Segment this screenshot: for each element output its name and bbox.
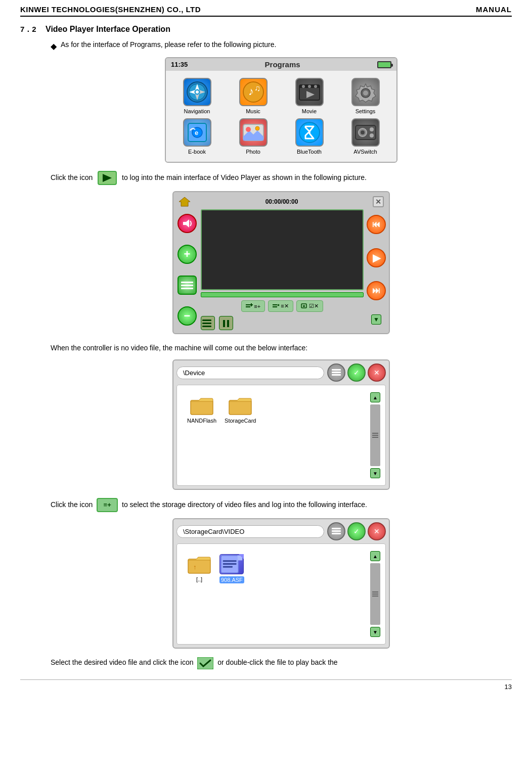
bluetooth-icon <box>295 118 324 147</box>
prog-label-settings: Settings <box>356 108 376 114</box>
vp-left-controls: + − <box>176 209 198 330</box>
svg-text:↑: ↑ <box>193 563 197 571</box>
inline-add-icon <box>97 498 118 512</box>
fb1-scroll-track <box>370 404 380 466</box>
vp-close-button[interactable]: ✕ <box>373 196 384 207</box>
videoplayer-screenshot-container: 00:00/00:00 ✕ + − <box>51 191 512 334</box>
svg-rect-59 <box>332 533 341 534</box>
svg-marker-34 <box>179 197 190 206</box>
svg-rect-58 <box>332 530 341 532</box>
para3-prefix: Click the icon <box>51 500 93 509</box>
folder-up-icon: ↑ <box>187 554 211 574</box>
svg-point-31 <box>370 133 374 138</box>
fb1-scroll-up[interactable]: ▲ <box>370 392 380 402</box>
prog-item-photo[interactable]: Photo <box>227 118 279 155</box>
fb1-list-btn[interactable] <box>327 363 345 382</box>
vp-clear-btn[interactable]: ☑✕ <box>296 300 323 312</box>
para-click-icon: Click the icon to log into the main inte… <box>51 171 512 185</box>
fb2-file-asf[interactable]: 908.ASF <box>219 554 244 634</box>
vp-lines-button[interactable] <box>178 276 197 295</box>
photo-icon <box>239 118 268 147</box>
prog-item-bluetooth[interactable]: BlueTooth <box>283 118 335 155</box>
vp-time-display: 00:00/00:00 <box>265 198 298 205</box>
svg-rect-53 <box>332 372 341 373</box>
prog-item-settings[interactable]: Settings <box>339 78 391 114</box>
svg-marker-35 <box>183 219 189 227</box>
svg-point-24 <box>246 127 251 132</box>
prog-item-music[interactable]: ♪ ♫ Music <box>227 78 279 114</box>
svg-rect-52 <box>332 369 341 371</box>
fb1-scroll-line-3 <box>372 437 378 438</box>
fb2-ok-btn[interactable]: ✓ <box>347 522 366 540</box>
btn-line-2 <box>181 285 193 286</box>
prog-item-ebook[interactable]: e E-book <box>171 118 223 155</box>
fb2-header: \StorageCard\VIDEO ✓ ✕ <box>176 522 386 540</box>
vp-add-btn[interactable]: ≡+ <box>241 300 265 312</box>
nandflash-folder-icon <box>190 395 214 416</box>
vp-progress-bar[interactable] <box>201 292 364 297</box>
fb2-scroll-line-3 <box>372 596 378 597</box>
fb1-scroll-line <box>372 433 378 434</box>
svg-text:♪: ♪ <box>248 85 254 98</box>
fb2-scroll-down[interactable]: ▼ <box>370 627 380 637</box>
para-click-add-icon: Click the icon to select the storage dir… <box>51 498 512 512</box>
fb1-file-storagecard[interactable]: StorageCard <box>225 395 256 475</box>
fb2-content: ↑ [..] <box>176 543 386 645</box>
programs-time: 11:35 <box>171 61 188 68</box>
vp-scroll-down[interactable]: ▼ <box>371 314 381 325</box>
fb2-path: \StorageCard\VIDEO <box>176 525 324 538</box>
storagecard-label: StorageCard <box>225 418 256 424</box>
svg-point-6 <box>196 90 199 94</box>
vp-plus-button[interactable]: + <box>178 245 197 264</box>
fb1-ok-btn[interactable]: ✓ <box>347 363 366 382</box>
asf-file-icon <box>219 554 244 574</box>
vp-pause-icon[interactable] <box>219 316 233 330</box>
fb2-list-btn[interactable] <box>327 522 345 540</box>
svg-rect-51 <box>227 320 229 327</box>
prog-item-movie[interactable]: Movie <box>283 78 335 114</box>
fb2-scroll-up[interactable]: ▲ <box>370 551 380 561</box>
svg-text:e: e <box>195 129 198 136</box>
para-select-file: Select the desired video file and click … <box>51 657 512 669</box>
programs-screenshot-container: 11:35 Programs <box>51 57 512 163</box>
vp-topbar: 00:00/00:00 ✕ <box>176 195 386 209</box>
fb2-scroll-track <box>370 563 380 625</box>
btn-line-3 <box>181 288 193 289</box>
asf-file-label: 908.ASF <box>219 576 244 583</box>
fb2-files: ↑ [..] <box>182 549 370 639</box>
fb1-scroll-line-2 <box>372 435 378 436</box>
svg-rect-37 <box>246 306 250 307</box>
fb1-scroll-down[interactable]: ▼ <box>370 468 380 478</box>
prog-label-music: Music <box>246 108 260 114</box>
svg-rect-57 <box>332 528 341 529</box>
fb1-header: \Device ✓ ✕ <box>176 363 386 382</box>
header-manual: MANUAL <box>476 5 512 14</box>
fb1-cancel-btn[interactable]: ✕ <box>368 363 386 382</box>
vp-rewind-button[interactable]: ⏮ <box>367 215 386 234</box>
fb2-file-up[interactable]: ↑ [..] <box>187 554 211 634</box>
battery-icon <box>377 61 391 68</box>
svg-point-30 <box>370 127 374 131</box>
vp-minus-button[interactable]: − <box>178 306 197 326</box>
settings-icon <box>351 78 380 106</box>
svg-rect-55 <box>191 400 213 415</box>
prog-label-bluetooth: BlueTooth <box>297 149 322 155</box>
fb1-file-nandflash[interactable]: NANDFlash <box>187 395 216 475</box>
vp-playlist-icon[interactable] <box>201 316 215 330</box>
vp-remove-btn[interactable]: ≡✕ <box>268 300 293 312</box>
vp-ffwd-button[interactable]: ⏭ <box>367 281 386 300</box>
svg-point-17 <box>363 90 368 96</box>
programs-topbar: 11:35 Programs <box>166 58 396 71</box>
vp-play-button[interactable]: ▶ <box>367 248 386 267</box>
fb2-btn-group: ✓ ✕ <box>327 522 386 540</box>
videoplayer-screen: 00:00/00:00 ✕ + − <box>172 191 390 334</box>
prog-item-avswitch[interactable]: AVSwitch <box>339 118 391 155</box>
vp-bottom-buttons: ≡+ ≡✕ <box>201 300 364 312</box>
fb2-cancel-btn[interactable]: ✕ <box>368 522 386 540</box>
prog-item-navigation[interactable]: Navigation <box>171 78 223 114</box>
bullet-text-1: As for the interface of Programs, please… <box>61 40 276 49</box>
navigation-icon <box>183 78 211 106</box>
svg-rect-49 <box>202 326 211 327</box>
bullet-diamond: ◆ <box>51 41 57 51</box>
vp-volume-icon[interactable] <box>178 214 197 233</box>
